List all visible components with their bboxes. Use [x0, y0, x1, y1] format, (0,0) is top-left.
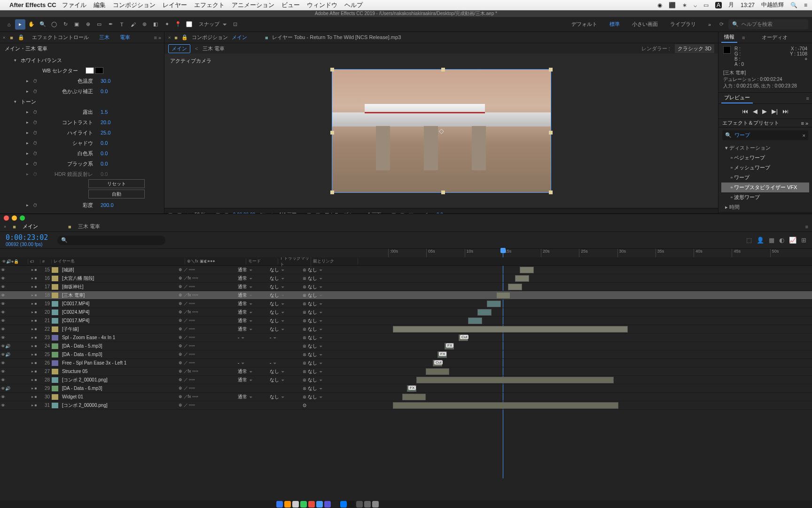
dock-ae-icon[interactable]: [324, 501, 331, 508]
comp-tab-label[interactable]: コンポジション: [192, 34, 228, 41]
brainstorm-icon[interactable]: ⊞: [801, 237, 806, 244]
val-exposure[interactable]: 1.5: [101, 109, 108, 115]
effect-controls-tab-link2[interactable]: 電車: [117, 32, 133, 42]
effect-item[interactable]: ▫ ベジェワープ: [721, 153, 809, 163]
help-search[interactable]: 🔍 ヘルプを検索: [728, 19, 808, 29]
effects-search[interactable]: 🔍 ワープ ×: [722, 130, 808, 140]
menu-help[interactable]: ヘルプ: [344, 1, 363, 9]
stopwatch-icon[interactable]: ⏱: [33, 161, 39, 167]
group-whitebalance[interactable]: ホワイトバランス: [21, 57, 62, 64]
timeline-search[interactable]: 🔍: [57, 236, 165, 245]
menu-window[interactable]: ウィンドウ: [307, 1, 337, 9]
layer-bar[interactable]: [520, 267, 534, 273]
layer-bar[interactable]: [487, 301, 501, 307]
effects-presets-tab[interactable]: エフェクト＆プリセット: [722, 119, 779, 127]
menu-view[interactable]: ビュー: [281, 1, 300, 9]
brush-tool[interactable]: 🖌: [128, 19, 138, 30]
shape-tool[interactable]: ▭: [94, 19, 104, 30]
stopwatch-icon[interactable]: ⏱: [33, 89, 39, 94]
pen-tool[interactable]: ✒: [105, 19, 116, 30]
clock-day[interactable]: 月: [728, 1, 734, 9]
twirl-icon[interactable]: ▸: [26, 110, 30, 114]
snap-checkbox[interactable]: [186, 21, 192, 27]
layer-bar[interactable]: [515, 275, 529, 282]
dock-app-icon[interactable]: [348, 501, 355, 508]
effect-item-selected[interactable]: ▫ ワープスタビライザー VFX: [721, 183, 809, 192]
group-tone[interactable]: トーン: [21, 98, 36, 105]
layer-bar[interactable]: [416, 377, 614, 383]
dock-app-icon[interactable]: [308, 501, 315, 508]
val-whites[interactable]: 0.0: [101, 151, 108, 156]
dock-app-icon[interactable]: [356, 501, 363, 508]
clone-tool[interactable]: ⊛: [139, 19, 149, 30]
layer-bar[interactable]: FX: [407, 385, 416, 392]
menu-icon[interactable]: ≡: [804, 2, 807, 8]
panel-close-icon[interactable]: ×: [168, 35, 171, 40]
snap-mode-icon[interactable]: ⊡: [233, 21, 237, 27]
frame-blend-icon[interactable]: ▦: [769, 237, 774, 244]
last-frame-button[interactable]: ⏭: [782, 108, 789, 115]
panel-close-icon[interactable]: ×: [3, 35, 5, 40]
layer-bar[interactable]: [393, 402, 618, 409]
auto-button[interactable]: 自動: [88, 190, 145, 198]
dock-app-icon[interactable]: [340, 501, 347, 508]
input-icon[interactable]: A: [715, 2, 722, 8]
preview-tab[interactable]: プレビュー: [721, 93, 753, 103]
effect-controls-tab-label[interactable]: エフェクトコントロール: [29, 32, 92, 42]
panel-more-icon[interactable]: ≡ »: [154, 35, 161, 40]
layer-bar[interactable]: [468, 318, 482, 324]
workspace-standard[interactable]: 標準: [606, 19, 624, 29]
twirl-icon[interactable]: ▸: [26, 161, 30, 166]
app-name[interactable]: After Effects CC: [9, 1, 56, 8]
dock-trash-icon[interactable]: [372, 501, 379, 508]
timeline-tab-main[interactable]: メイン: [23, 223, 38, 230]
lock-icon[interactable]: 🔒: [18, 34, 24, 40]
val-blacks[interactable]: 0.0: [101, 161, 108, 167]
info-tab[interactable]: 情報: [721, 32, 737, 43]
window-close-button[interactable]: [4, 215, 9, 221]
val-colortemp[interactable]: 30.0: [101, 78, 110, 84]
orbit-tool[interactable]: ◯: [49, 19, 59, 30]
workspace-library[interactable]: ライブラリ: [666, 19, 700, 29]
text-tool[interactable]: T: [117, 19, 127, 30]
dock-app-icon[interactable]: [316, 501, 323, 508]
menu-composition[interactable]: コンポジション: [113, 1, 156, 9]
graph-icon[interactable]: 📈: [789, 237, 796, 244]
dock-app-icon[interactable]: [292, 501, 299, 508]
layer-bar[interactable]: [426, 368, 449, 375]
timeline-tab-sub[interactable]: 三木 電車: [78, 223, 100, 230]
wifi-icon[interactable]: ⌵: [694, 2, 697, 8]
eraser-tool[interactable]: ◧: [150, 19, 161, 30]
effects-category[interactable]: ▾ ディストーション: [721, 143, 809, 153]
twirl-icon[interactable]: ▾: [14, 58, 18, 63]
clock-time[interactable]: 13:27: [741, 2, 755, 8]
val-saturation[interactable]: 200.0: [101, 202, 114, 208]
workspace-more-icon[interactable]: »: [704, 20, 715, 29]
first-frame-button[interactable]: ⏮: [742, 108, 748, 115]
workspace-default[interactable]: デフォルト: [568, 19, 601, 29]
stopwatch-icon[interactable]: ⏱: [33, 79, 39, 84]
reset-button[interactable]: リセット: [88, 179, 145, 188]
hand-tool[interactable]: ✋: [26, 19, 37, 30]
clear-icon[interactable]: ×: [803, 133, 805, 138]
roto-tool[interactable]: ✦: [162, 19, 172, 30]
puppet-tool[interactable]: 📍: [173, 19, 183, 30]
comp-mini-icon[interactable]: ⬚: [746, 237, 752, 244]
anchor-tool[interactable]: ⊕: [83, 19, 93, 30]
dock-app-icon[interactable]: [300, 501, 307, 508]
composition-viewer[interactable]: アクティブカメラ ◇: [164, 54, 718, 208]
twirl-icon[interactable]: ▸: [26, 203, 30, 207]
twirl-icon[interactable]: ▸: [26, 151, 30, 156]
bluetooth-icon[interactable]: ∗: [682, 2, 687, 8]
spotlight-icon[interactable]: 🔍: [790, 2, 797, 8]
effect-item[interactable]: ▫ ワープ: [721, 173, 809, 183]
val-tint[interactable]: 0.0: [101, 88, 108, 94]
effects-category-time[interactable]: ▸ 時間: [721, 202, 809, 212]
rotate-tool[interactable]: ↻: [60, 19, 70, 30]
battery-icon[interactable]: ▭: [703, 2, 709, 8]
snap-dropdown-icon[interactable]: ⏷: [222, 22, 227, 27]
subtab-miki[interactable]: 三木 電車: [203, 45, 225, 52]
twirl-icon[interactable]: ▸: [26, 120, 30, 125]
layer-bar[interactable]: [402, 394, 426, 400]
play-button[interactable]: ▶: [762, 108, 767, 115]
